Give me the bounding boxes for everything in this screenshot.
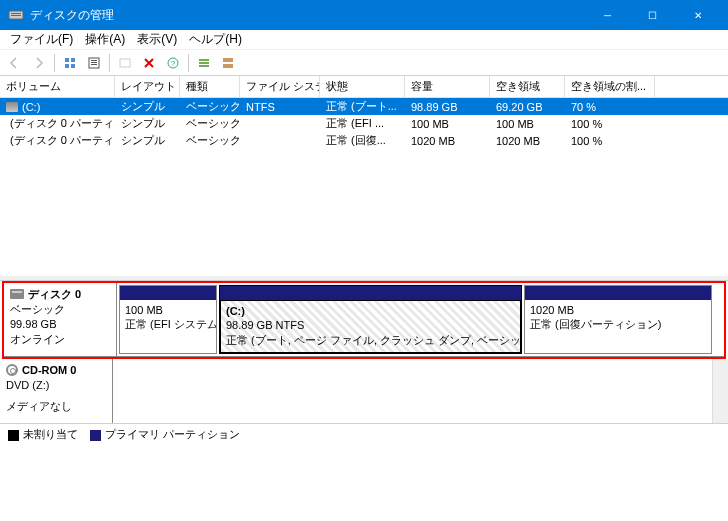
partition-body: 1020 MB正常 (回復パーティション) [525,300,711,353]
volume-row[interactable]: (ディスク 0 パーティシ...シンプルベーシック正常 (EFI ...100 … [0,115,728,132]
col-free-pct[interactable]: 空き領域の割... [565,76,655,97]
minimize-button[interactable]: ─ [585,0,630,30]
volume-list-header: ボリューム レイアウト 種類 ファイル システム 状態 容量 空き領域 空き領域… [0,76,728,98]
disk-0-highlight: ディスク 0 ベーシック 99.98 GB オンライン 100 MB正常 (EF… [2,281,726,359]
menu-help[interactable]: ヘルプ(H) [183,31,248,48]
hdd-icon [10,289,24,299]
cell: シンプル [115,116,180,131]
back-button[interactable] [4,52,26,74]
cell: シンプル [115,133,180,148]
menu-bar: ファイル(F) 操作(A) 表示(V) ヘルプ(H) [0,30,728,50]
svg-rect-6 [71,64,75,68]
cell: 98.89 GB [405,101,490,113]
svg-rect-10 [91,64,97,65]
cell: 70 % [565,101,655,113]
settings-button[interactable] [83,52,105,74]
maximize-button[interactable]: ☐ [630,0,675,30]
col-type[interactable]: 種類 [180,76,240,97]
disk-0-row[interactable]: ディスク 0 ベーシック 99.98 GB オンライン 100 MB正常 (EF… [4,283,724,357]
partition-status: 正常 (EFI システム パーティ: [125,317,211,331]
disk-0-type: ベーシック [10,302,110,317]
cell: 正常 (ブート... [320,99,405,114]
cell: 100 MB [490,118,565,130]
cell: 正常 (回復... [320,133,405,148]
svg-rect-8 [91,60,97,61]
cell: シンプル [115,99,180,114]
svg-rect-5 [65,64,69,68]
cdrom-name: CD-ROM 0 [22,363,76,378]
partition-color-bar [220,286,521,300]
svg-rect-4 [71,58,75,62]
col-free[interactable]: 空き領域 [490,76,565,97]
legend-primary: プライマリ パーティション [90,427,240,442]
vertical-scrollbar[interactable] [712,359,728,423]
disk-0-status: オンライン [10,332,110,347]
list-view-button[interactable] [193,52,215,74]
cell: (C:) [0,101,115,113]
svg-rect-14 [199,59,209,61]
disk-0-info: ディスク 0 ベーシック 99.98 GB オンライン [4,283,117,356]
svg-rect-17 [223,58,233,62]
volume-list-pane: ボリューム レイアウト 種類 ファイル システム 状態 容量 空き領域 空き領域… [0,76,728,276]
partition-size: 98.89 GB NTFS [226,318,515,332]
cell: ベーシック [180,99,240,114]
cell: 100 % [565,135,655,147]
partition-size: 100 MB [125,303,211,317]
cell: 100 % [565,118,655,130]
delete-button[interactable] [138,52,160,74]
cell: ベーシック [180,133,240,148]
partition-color-bar [120,286,216,300]
menu-view[interactable]: 表示(V) [131,31,183,48]
toolbar: ? [0,50,728,76]
volume-row[interactable]: (C:)シンプルベーシックNTFS正常 (ブート...98.89 GB69.20… [0,98,728,115]
refresh-button[interactable] [59,52,81,74]
legend-swatch-black [8,430,19,441]
cell: ベーシック [180,116,240,131]
volume-icon [6,102,18,112]
graphical-view: ディスク 0 ベーシック 99.98 GB オンライン 100 MB正常 (EF… [0,280,728,423]
graph-view-button[interactable] [217,52,239,74]
help-button[interactable]: ? [162,52,184,74]
legend-swatch-navy [90,430,101,441]
svg-rect-2 [11,15,21,16]
cell: NTFS [240,101,320,113]
partition-color-bar [525,286,711,300]
svg-rect-9 [91,62,97,63]
svg-rect-3 [65,58,69,62]
toolbar-separator [54,54,55,72]
cell: 1020 MB [405,135,490,147]
col-filesystem[interactable]: ファイル システム [240,76,320,97]
properties-button[interactable] [114,52,136,74]
menu-action[interactable]: 操作(A) [79,31,131,48]
volume-list-body: (C:)シンプルベーシックNTFS正常 (ブート...98.89 GB69.20… [0,98,728,149]
partition-body: (C:)98.89 GB NTFS正常 (ブート, ページ ファイル, クラッシ… [220,300,521,353]
toolbar-separator [109,54,110,72]
svg-rect-18 [223,64,233,68]
svg-rect-15 [199,62,209,64]
cd-icon [6,364,18,376]
close-button[interactable]: ✕ [675,0,720,30]
partition[interactable]: (C:)98.89 GB NTFS正常 (ブート, ページ ファイル, クラッシ… [219,285,522,354]
cell: 1020 MB [490,135,565,147]
col-capacity[interactable]: 容量 [405,76,490,97]
col-layout[interactable]: レイアウト [115,76,180,97]
toolbar-separator [188,54,189,72]
partition-title: (C:) [226,304,515,318]
svg-text:?: ? [171,59,176,68]
menu-file[interactable]: ファイル(F) [4,31,79,48]
cell: 69.20 GB [490,101,565,113]
cdrom-row[interactable]: CD-ROM 0 DVD (Z:) メディアなし [0,359,728,423]
partition-body: 100 MB正常 (EFI システム パーティ: [120,300,216,353]
cdrom-partitions [113,359,712,423]
disk-0-partitions: 100 MB正常 (EFI システム パーティ:(C:)98.89 GB NTF… [117,283,724,356]
cell: (ディスク 0 パーティシ... [0,133,115,148]
forward-button[interactable] [28,52,50,74]
col-volume[interactable]: ボリューム [0,76,115,97]
cdrom-status: メディアなし [6,399,106,414]
partition[interactable]: 1020 MB正常 (回復パーティション) [524,285,712,354]
partition-status: 正常 (ブート, ページ ファイル, クラッシュ ダンプ, ベーシック データ … [226,333,515,347]
volume-row[interactable]: (ディスク 0 パーティシ...シンプルベーシック正常 (回復...1020 M… [0,132,728,149]
col-status[interactable]: 状態 [320,76,405,97]
partition[interactable]: 100 MB正常 (EFI システム パーティ: [119,285,217,354]
disk-0-name: ディスク 0 [28,287,81,302]
